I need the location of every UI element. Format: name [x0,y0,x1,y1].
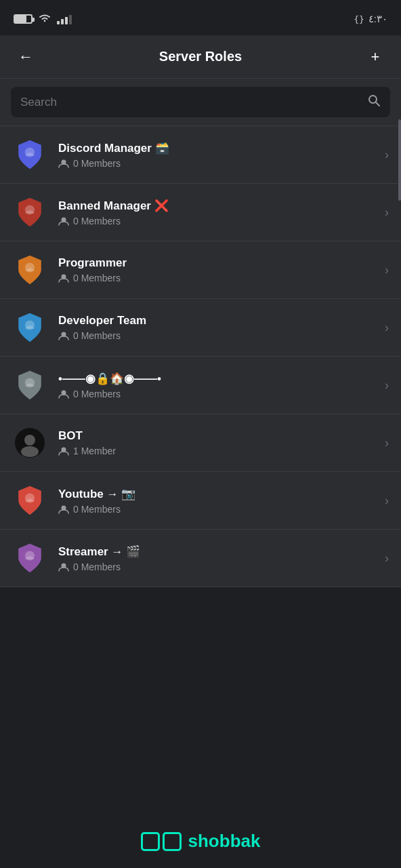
status-right: {} ٤:٣٠ [354,13,387,25]
scrollbar-thumb [398,119,401,201]
svg-point-14 [21,446,39,457]
members-icon [58,273,69,283]
chevron-right-icon: › [385,378,389,393]
role-info: •——◉🔒🏠◉——• 0 Members [58,372,379,399]
members-icon [58,216,69,226]
search-bar [0,79,401,126]
role-members: 0 Members [58,504,379,515]
chevron-right-icon: › [385,148,389,162]
watermark-box-1 [141,832,160,851]
dev-icon: {} [354,14,364,24]
status-left-icons [14,13,72,26]
role-shield-icon [12,252,47,288]
role-item[interactable]: Developer Team 0 Members › [0,299,401,357]
role-shield-icon [12,483,47,518]
role-name: Streamer → 🎬 [58,545,379,559]
time-display: ٤:٣٠ [368,13,387,25]
members-icon [58,389,69,399]
role-info: Developer Team 0 Members [58,314,379,341]
role-members: 0 Members [58,216,379,226]
chevron-right-icon: › [385,263,389,277]
role-info: BOT 1 Member [58,429,379,456]
search-input-wrap[interactable] [11,87,390,117]
back-button[interactable]: ← [14,48,38,66]
role-info: Discord Manager 🗃️ 0 Members [58,141,379,169]
role-item[interactable]: BOT 1 Member › [0,414,401,472]
role-shield-icon [12,540,47,576]
header: ← Server Roles + [0,35,401,79]
role-item[interactable]: Discord Manager 🗃️ 0 Members › [0,126,401,184]
role-shield-icon [12,425,47,460]
search-input[interactable] [20,96,360,109]
members-icon [58,158,69,169]
watermark-text: shobbak [188,831,261,852]
role-info: Streamer → 🎬 0 Members [58,545,379,572]
role-name: Developer Team [58,314,379,328]
role-info: Programmer 0 Members [58,256,379,283]
watermark-logo [141,832,182,851]
role-item[interactable]: Youtube → 📷 0 Members › [0,472,401,530]
role-members: 0 Members [58,273,379,283]
role-shield-icon [12,137,47,172]
members-icon [58,561,69,572]
role-shield-icon [12,368,47,403]
role-members: 0 Members [58,158,379,169]
chevron-right-icon: › [385,436,389,450]
role-shield-icon [12,310,47,345]
role-item[interactable]: •——◉🔒🏠◉——• 0 Members › [0,357,401,414]
role-item[interactable]: Banned Manager ❌ 0 Members › [0,184,401,241]
role-name: Discord Manager 🗃️ [58,141,379,155]
role-members: 1 Member [58,446,379,456]
chevron-right-icon: › [385,494,389,508]
search-icon [367,94,381,111]
chevron-right-icon: › [385,321,389,335]
role-members: 0 Members [58,389,379,399]
page-title: Server Roles [38,49,363,64]
role-name: Youtube → 📷 [58,487,379,501]
role-members: 0 Members [58,561,379,572]
scrollbar-track[interactable] [398,79,401,621]
add-role-button[interactable]: + [363,48,387,66]
role-members: 0 Members [58,330,379,341]
role-shield-icon [12,195,47,230]
signal-icon [57,14,72,24]
members-icon [58,330,69,341]
chevron-right-icon: › [385,551,389,566]
svg-line-1 [376,102,379,106]
role-list: Discord Manager 🗃️ 0 Members › Ba [0,126,401,587]
status-bar: {} ٤:٣٠ [0,0,401,35]
role-name: Banned Manager ❌ [58,199,379,213]
watermark-box-2 [163,832,182,851]
role-info: Banned Manager ❌ 0 Members [58,199,379,226]
role-info: Youtube → 📷 0 Members [58,487,379,515]
battery-icon [14,14,33,24]
members-icon [58,504,69,515]
role-item[interactable]: Programmer 0 Members › [0,241,401,299]
wifi-icon [38,13,51,26]
watermark: shobbak [0,831,401,852]
role-item[interactable]: Streamer → 🎬 0 Members › [0,530,401,587]
svg-point-13 [24,435,35,446]
chevron-right-icon: › [385,205,389,220]
role-name: Programmer [58,256,379,270]
role-name: •——◉🔒🏠◉——• [58,372,379,386]
role-name: BOT [58,429,379,443]
members-icon [58,446,69,456]
